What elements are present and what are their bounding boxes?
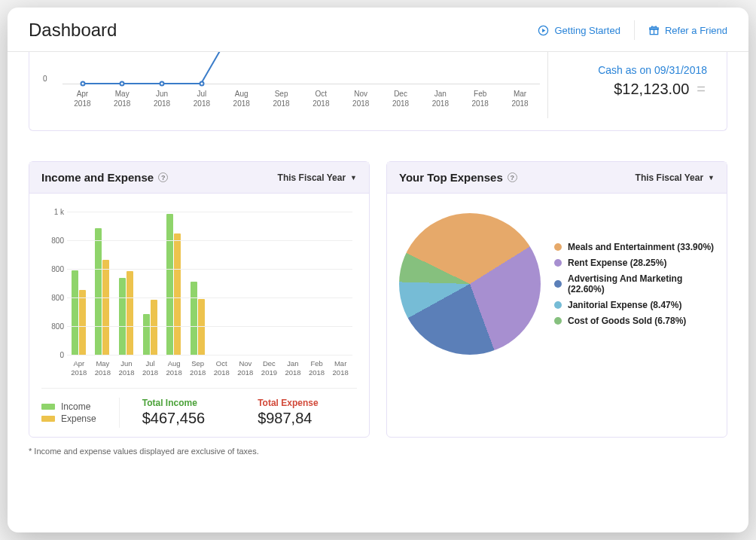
mini-xtick: May2018 (102, 90, 142, 108)
cash-summary: Cash as on 09/31/2018 $12,123.00 = (547, 52, 713, 118)
bar-xtick: Nov2018 (233, 359, 258, 377)
cash-mini-chart: 0 Apr2018May2018Jun2018Jul2018Aug2018Sep… (43, 52, 547, 118)
legend-label: Meals and Entertainment (33.90%) (568, 242, 714, 252)
mini-xtick: Jan2018 (420, 90, 460, 108)
legend-label: Cost of Goods Sold (6.78%) (568, 316, 686, 326)
income-bar[interactable] (72, 270, 78, 355)
legend-label: Janitorial Expense (8.47%) (568, 300, 681, 310)
mini-xtick: Feb2018 (460, 90, 500, 108)
total-income: Total Income $467,456 (142, 398, 205, 427)
bar-column (328, 212, 352, 355)
bar-xtick: Apr2018 (67, 359, 91, 377)
caret-down-icon: ▼ (350, 174, 357, 182)
gift-icon (648, 25, 660, 36)
bar-column (114, 212, 139, 355)
income-bar[interactable] (166, 214, 173, 355)
drag-handle-icon[interactable]: = (697, 81, 707, 98)
getting-started-link[interactable]: Getting Started (538, 25, 620, 36)
total-expense: Total Expense $987,84 (258, 398, 318, 427)
divider (634, 20, 635, 40)
bar-xtick: Jun2018 (114, 359, 139, 377)
expense-bar[interactable] (151, 300, 157, 355)
top-expenses-range-select[interactable]: This Fiscal Year ▼ (636, 172, 715, 183)
page-title: Dashboard (29, 20, 117, 41)
ytick: 0 (41, 351, 64, 359)
bar-column (305, 212, 329, 355)
income-bar[interactable] (119, 278, 126, 355)
bar-xtick: Sep2018 (186, 359, 210, 377)
bar-xtick: Mar2018 (328, 359, 352, 377)
mini-xtick: Aug2018 (221, 90, 261, 108)
bar-column (186, 212, 210, 355)
bar-column (209, 212, 233, 355)
refer-friend-link[interactable]: Refer a Friend (648, 25, 727, 36)
legend-item: Advertising And Marketing (22.60%) (554, 273, 715, 294)
bar-xtick: May2018 (91, 359, 115, 377)
bar-xtick: Jan2018 (281, 359, 305, 377)
ytick: 800 (41, 322, 64, 331)
top-expenses-title: Your Top Expenses (399, 171, 503, 184)
legend-dot (554, 243, 562, 251)
bar-column (139, 212, 163, 355)
getting-started-label: Getting Started (554, 25, 620, 36)
expense-swatch (41, 416, 55, 422)
legend-item: Meals and Entertainment (33.90%) (554, 242, 715, 252)
help-icon[interactable]: ? (158, 172, 168, 182)
bar-column (258, 212, 282, 355)
bar-xtick: Dec2019 (258, 359, 282, 377)
income-bar[interactable] (95, 228, 102, 355)
caret-down-icon: ▼ (708, 174, 715, 182)
mini-xtick: Nov2018 (341, 90, 381, 108)
legend-item: Cost of Goods Sold (6.78%) (554, 316, 715, 326)
page-header: Dashboard Getting Started Refer a Friend (8, 8, 748, 52)
legend-dot (554, 317, 562, 325)
cash-card: 0 Apr2018May2018Jun2018Jul2018Aug2018Sep… (29, 52, 727, 131)
bar-column (162, 212, 186, 355)
mini-xtick: Apr2018 (62, 90, 102, 108)
ytick: 1 k (41, 208, 64, 216)
mini-xtick: Mar2018 (500, 90, 540, 108)
income-bar[interactable] (191, 282, 197, 355)
top-expenses-range-label: This Fiscal Year (636, 172, 704, 183)
bar-column (233, 212, 258, 355)
legend-dot (554, 301, 562, 309)
mini-y-zero: 0 (43, 75, 47, 83)
mini-xtick: Oct2018 (301, 90, 341, 108)
bar-column (91, 212, 115, 355)
mini-xtick: Jun2018 (142, 90, 182, 108)
bar-xtick: Feb2018 (305, 359, 329, 377)
mini-xtick: Jul2018 (181, 90, 221, 108)
income-swatch (41, 404, 55, 410)
pie-legend: Meals and Entertainment (33.90%)Rent Exp… (554, 236, 715, 331)
bar-column (281, 212, 305, 355)
help-icon[interactable]: ? (508, 172, 517, 182)
cash-date-label[interactable]: Cash as on 09/31/2018 (569, 64, 707, 76)
bar-xtick: Jul2018 (139, 359, 163, 377)
expense-bar[interactable] (127, 271, 133, 355)
ytick: 800 (41, 294, 64, 302)
legend-dot (554, 280, 562, 288)
content-area: 0 Apr2018May2018Jun2018Jul2018Aug2018Sep… (8, 52, 748, 532)
refer-friend-label: Refer a Friend (665, 25, 727, 36)
income-expense-panel: Income and Expense ? This Fiscal Year ▼ … (29, 161, 370, 438)
ytick: 800 (41, 265, 64, 273)
income-expense-range-label: This Fiscal Year (278, 172, 346, 183)
bar-legend: Income Expense (41, 400, 96, 426)
bar-xtick: Oct2018 (209, 359, 233, 377)
ytick: 800 (41, 236, 64, 245)
income-bar[interactable] (143, 314, 150, 355)
income-expense-range-select[interactable]: This Fiscal Year ▼ (278, 172, 357, 183)
header-links: Getting Started Refer a Friend (538, 20, 727, 40)
app-window: Dashboard Getting Started Refer a Friend… (8, 8, 748, 532)
bar-xtick: Aug2018 (162, 359, 186, 377)
expense-bar[interactable] (174, 233, 181, 355)
legend-item: Janitorial Expense (8.47%) (554, 300, 715, 310)
expense-bar[interactable] (102, 260, 109, 355)
legend-item: Rent Expense (28.25%) (554, 258, 715, 268)
expense-bar[interactable] (79, 290, 86, 355)
bar-column (67, 212, 91, 355)
legend-label: Advertising And Marketing (22.60%) (568, 273, 715, 294)
footnote: * Income and expense values displayed ar… (29, 447, 727, 456)
mini-xtick: Sep2018 (261, 90, 301, 108)
top-expenses-panel: Your Top Expenses ? This Fiscal Year ▼ M… (386, 161, 727, 438)
